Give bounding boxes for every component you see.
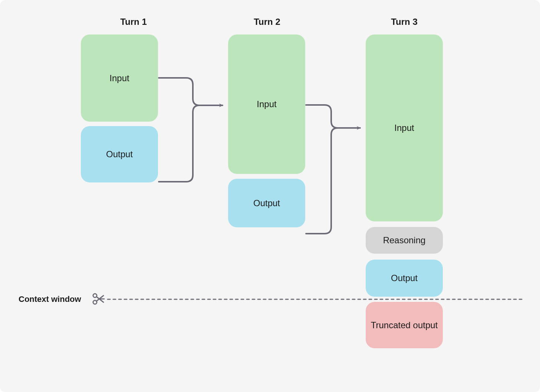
- diagram-canvas: Turn 1 Turn 2 Turn 3 Input Output Input …: [0, 0, 540, 392]
- svg-point-0: [93, 294, 97, 297]
- arrow-turn2-to-turn3: [306, 105, 360, 234]
- heading-turn1: Turn 1: [96, 17, 171, 27]
- turn3-reasoning-box: Reasoning: [366, 227, 443, 254]
- scissors-icon: [93, 294, 104, 304]
- svg-point-1: [93, 300, 97, 304]
- heading-turn2: Turn 2: [230, 17, 304, 27]
- turn3-output-box: Output: [366, 260, 443, 297]
- turn2-output-box: Output: [228, 179, 305, 227]
- context-window-label: Context window: [19, 294, 81, 304]
- turn1-output-box: Output: [81, 126, 158, 182]
- turn3-reasoning-label: Reasoning: [383, 235, 426, 246]
- turn1-input-box: Input: [81, 34, 158, 122]
- turn2-input-label: Input: [257, 99, 276, 109]
- turn2-input-box: Input: [228, 34, 305, 174]
- turn3-truncated-label: Truncated output: [371, 319, 438, 331]
- turn3-input-label: Input: [394, 123, 414, 133]
- svg-line-3: [96, 296, 103, 301]
- turn3-truncated-box: Truncated output: [366, 302, 443, 348]
- svg-line-2: [96, 297, 103, 302]
- heading-turn3: Turn 3: [367, 17, 441, 27]
- turn2-output-label: Output: [253, 198, 280, 208]
- arrow-turn1-to-turn2: [159, 78, 223, 182]
- turn3-output-label: Output: [391, 273, 418, 283]
- turn1-input-label: Input: [109, 73, 129, 83]
- turn1-output-label: Output: [106, 149, 133, 159]
- turn3-input-box: Input: [366, 34, 443, 221]
